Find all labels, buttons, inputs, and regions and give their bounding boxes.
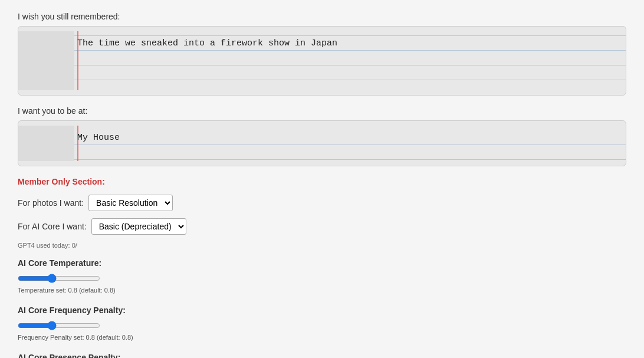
field1-section: I wish you still remembered: The time we… <box>18 12 626 96</box>
photos-label: For photos I want: <box>18 198 84 208</box>
field2-lined-area: My House <box>18 126 626 161</box>
field2-left-margin <box>18 126 74 161</box>
presence-title: AI Core Presence Penalty: <box>18 353 626 358</box>
temperature-section: AI Core Temperature: Temperature set: 0.… <box>18 258 626 294</box>
member-section: Member Only Section: For photos I want: … <box>18 177 626 358</box>
field2-textarea-wrapper[interactable]: My House <box>18 120 626 166</box>
member-section-title: Member Only Section: <box>18 177 626 186</box>
temperature-slider[interactable] <box>18 274 100 283</box>
field2-section: I want you to be at: My House <box>18 106 626 166</box>
field1-textarea-wrapper[interactable]: The time we sneaked into a firework show… <box>18 26 626 96</box>
photos-select[interactable]: Basic Resolution High Resolution Ultra R… <box>88 195 173 211</box>
field1-left-margin <box>18 31 74 90</box>
frequency-section: AI Core Frequency Penalty: Frequency Pen… <box>18 306 626 341</box>
frequency-slider-container[interactable] <box>18 320 626 331</box>
field2-label: I want you to be at: <box>18 106 626 116</box>
field1-label: I wish you still remembered: <box>18 12 626 21</box>
field2-text: My House <box>77 130 614 145</box>
aicore-select[interactable]: Basic (Depreciated) Advanced Premium <box>91 218 186 235</box>
aicore-label: For AI Core I want: <box>18 222 87 231</box>
field1-text: The time we sneaked into a firework show… <box>77 36 614 51</box>
frequency-label: Frequency Penalty set: 0.8 (default: 0.8… <box>18 334 626 341</box>
temperature-slider-container[interactable] <box>18 272 626 284</box>
frequency-title: AI Core Frequency Penalty: <box>18 306 626 315</box>
photos-row: For photos I want: Basic Resolution High… <box>18 195 626 211</box>
presence-section: AI Core Presence Penalty: <box>18 353 626 358</box>
frequency-slider[interactable] <box>18 321 100 330</box>
aicore-row: For AI Core I want: Basic (Depreciated) … <box>18 218 626 235</box>
gpt4-usage: GPT4 used today: 0/ <box>18 242 626 249</box>
temperature-title: AI Core Temperature: <box>18 258 626 268</box>
field1-lined-area: The time we sneaked into a firework show… <box>18 31 626 90</box>
temperature-label: Temperature set: 0.8 (default: 0.8) <box>18 287 626 294</box>
